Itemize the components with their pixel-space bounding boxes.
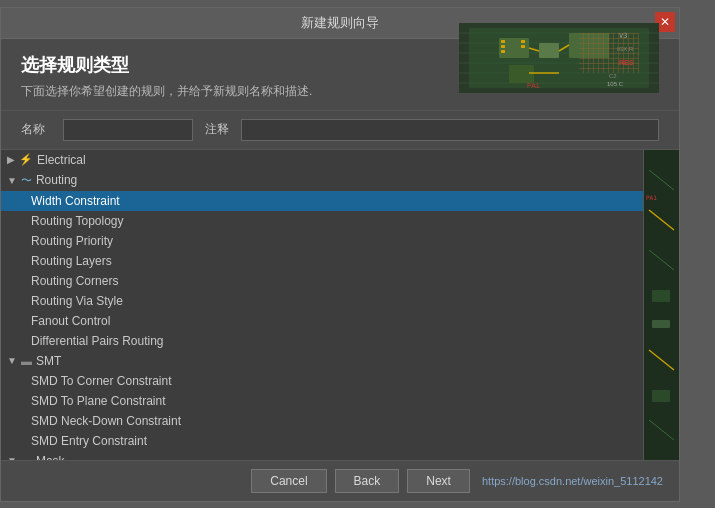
tree-item-fanout-control[interactable]: Fanout Control [1, 311, 643, 331]
tree-item-routing-topology[interactable]: Routing Topology [1, 211, 643, 231]
comment-label: 注释 [205, 121, 229, 138]
mask-expand-icon: ▼ [7, 455, 17, 460]
svg-rect-1 [469, 28, 649, 88]
pcb-side-panel: PA1 [644, 150, 679, 460]
status-url: https://blog.csdn.net/weixin_5112142 [482, 475, 663, 487]
routing-expand-icon: ▼ [7, 175, 17, 186]
header-title: 选择规则类型 [21, 53, 312, 77]
svg-rect-33 [652, 390, 670, 402]
smt-entry-label: SMD Entry Constraint [31, 434, 147, 448]
header-description: 下面选择你希望创建的规则，并给予新规则名称和描述. [21, 83, 312, 100]
footer: Cancel Back Next https://blog.csdn.net/w… [1, 460, 679, 501]
name-label: 名称 [21, 121, 51, 138]
smt-corner-label: SMD To Corner Constraint [31, 374, 172, 388]
comment-input[interactable] [241, 119, 659, 141]
tree-item-differential-pairs[interactable]: Differential Pairs Routing [1, 331, 643, 351]
smt-neck-down-label: SMD Neck-Down Constraint [31, 414, 181, 428]
svg-text:105 C: 105 C [607, 81, 624, 87]
pcb-image: V3 IGX R RES C2 105 C PA1 [459, 23, 659, 93]
svg-rect-30 [652, 290, 670, 302]
electrical-icon: ⚡ [19, 153, 33, 166]
tree-item-electrical[interactable]: ▶ ⚡ Electrical [1, 150, 643, 170]
routing-icon: 〜 [21, 173, 32, 188]
svg-text:IGX R: IGX R [617, 46, 634, 52]
dialog-title: 新建规则向导 [301, 14, 379, 32]
svg-rect-31 [652, 320, 670, 328]
routing-corners-label: Routing Corners [31, 274, 118, 288]
content-area: ▶ ⚡ Electrical ▼ 〜 Routing Width Constra… [1, 150, 679, 460]
tree-item-smt[interactable]: ▼ ▬ SMT [1, 351, 643, 371]
name-input[interactable] [63, 119, 193, 141]
svg-text:C2: C2 [609, 73, 617, 79]
routing-layers-label: Routing Layers [31, 254, 112, 268]
svg-rect-9 [539, 43, 559, 58]
mask-label: Mask [36, 454, 65, 460]
tree-item-routing-layers[interactable]: Routing Layers [1, 251, 643, 271]
next-button[interactable]: Next [407, 469, 470, 493]
tree-item-mask[interactable]: ▼ ▬ Mask [1, 451, 643, 460]
tree-item-routing-priority[interactable]: Routing Priority [1, 231, 643, 251]
tree-item-smt-entry[interactable]: SMD Entry Constraint [1, 431, 643, 451]
expand-icon: ▶ [7, 154, 15, 165]
fanout-control-label: Fanout Control [31, 314, 110, 328]
tree-panel[interactable]: ▶ ⚡ Electrical ▼ 〜 Routing Width Constra… [1, 150, 644, 460]
routing-topology-label: Routing Topology [31, 214, 124, 228]
svg-rect-18 [521, 40, 525, 43]
routing-via-style-label: Routing Via Style [31, 294, 123, 308]
svg-text:PA1: PA1 [527, 82, 540, 89]
svg-text:RES: RES [619, 59, 634, 66]
svg-rect-15 [501, 40, 505, 43]
smt-icon: ▬ [21, 355, 32, 367]
differential-pairs-label: Differential Pairs Routing [31, 334, 164, 348]
svg-text:V3: V3 [619, 32, 627, 40]
width-constraint-label: Width Constraint [31, 194, 120, 208]
tree-item-smt-plane[interactable]: SMD To Plane Constraint [1, 391, 643, 411]
tree-item-smt-neck-down[interactable]: SMD Neck-Down Constraint [1, 411, 643, 431]
svg-rect-10 [569, 33, 609, 58]
svg-rect-11 [509, 65, 534, 83]
svg-text:PA1: PA1 [646, 194, 657, 201]
tree-item-routing-corners[interactable]: Routing Corners [1, 271, 643, 291]
svg-rect-16 [501, 45, 505, 48]
smt-label: SMT [36, 354, 61, 368]
routing-priority-label: Routing Priority [31, 234, 113, 248]
routing-label: Routing [36, 173, 77, 187]
form-row: 名称 注释 [1, 111, 679, 150]
tree-item-smt-corner[interactable]: SMD To Corner Constraint [1, 371, 643, 391]
back-button[interactable]: Back [335, 469, 400, 493]
tree-item-width-constraint[interactable]: Width Constraint [1, 191, 643, 211]
svg-rect-17 [501, 50, 505, 53]
header-section: 选择规则类型 下面选择你希望创建的规则，并给予新规则名称和描述. [1, 39, 679, 111]
cancel-button[interactable]: Cancel [251, 469, 326, 493]
mask-icon: ▬ [21, 455, 32, 460]
dialog: 新建规则向导 ✕ 选择规则类型 下面选择你希望创建的规则，并给予新规则名称和描述… [0, 7, 680, 502]
svg-rect-19 [521, 45, 525, 48]
electrical-label: Electrical [37, 153, 86, 167]
smt-plane-label: SMD To Plane Constraint [31, 394, 166, 408]
tree-item-routing[interactable]: ▼ 〜 Routing [1, 170, 643, 191]
smt-expand-icon: ▼ [7, 355, 17, 366]
tree-item-routing-via-style[interactable]: Routing Via Style [1, 291, 643, 311]
